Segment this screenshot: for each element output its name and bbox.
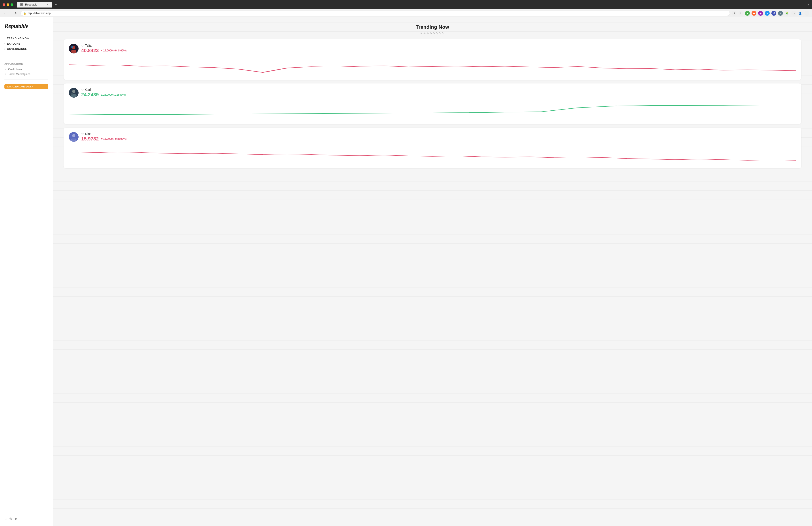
- extension-screen[interactable]: ▭: [791, 11, 796, 16]
- avatar-talia: [69, 44, 78, 54]
- trend-info-talia: ♡ Talia 40.8423 ▼14.0000 (-0.3400%): [81, 44, 796, 54]
- link-icon: ↗: [4, 68, 6, 71]
- trend-change: ▲28.0000 (1.1500%): [101, 93, 126, 96]
- trend-info-nina: ♡ Nina 15.9782 ▼13.0000 (-0.8100%): [81, 132, 796, 142]
- logo: Reputable: [4, 23, 48, 30]
- main-nav: › TRENDING NOW › EXPLORE › GOVERNANCE: [4, 36, 48, 52]
- github-icon[interactable]: ⊛: [9, 516, 12, 521]
- sidebar-item-label: TRENDING NOW: [7, 37, 29, 40]
- avatar-carl: [69, 88, 78, 98]
- tab-label: Reputable: [25, 3, 37, 6]
- sidebar-item-trending-now[interactable]: › TRENDING NOW: [4, 36, 48, 41]
- trend-card-carl[interactable]: ♡ Carl 24.2439 ▲28.0000 (1.1500%): [63, 84, 801, 124]
- applications-section-label: APPLICATIONS: [4, 62, 48, 65]
- chevron-icon: ›: [4, 37, 5, 40]
- trend-name: Talia: [85, 44, 91, 47]
- maximize-button[interactable]: [11, 3, 13, 6]
- browser-extensions: ⬆ ☆ ● ◆ ◉ ▲ M K 🧩 ▭ 👤 ⋮: [732, 11, 809, 16]
- svg-point-9: [72, 134, 75, 137]
- refresh-button[interactable]: ↻: [13, 11, 19, 15]
- tab-favicon: R: [20, 3, 24, 6]
- address-bar[interactable]: 🔒 repu-table.web.app: [20, 11, 730, 16]
- trend-change: ▼13.0000 (-0.8100%): [101, 137, 127, 140]
- extension-1[interactable]: ●: [745, 11, 750, 16]
- trend-value: 15.9782: [81, 136, 99, 142]
- divider: [4, 59, 48, 59]
- trend-value: 24.2439: [81, 92, 99, 98]
- new-tab-button[interactable]: +: [53, 2, 58, 8]
- sidebar: Reputable › TRENDING NOW › EXPLORE › GOV…: [0, 17, 53, 526]
- heart-icon: ♡: [81, 44, 84, 47]
- wallet-address-badge[interactable]: 0XCF1396....933E4D8A: [4, 84, 48, 89]
- extension-share[interactable]: ⬆: [732, 11, 737, 16]
- active-tab[interactable]: R Reputable ✕: [17, 2, 52, 8]
- extension-profile[interactable]: 👤: [798, 11, 803, 16]
- extension-6[interactable]: K: [778, 11, 783, 16]
- trend-header-carl: ♡ Carl 24.2439 ▲28.0000 (1.1500%): [69, 88, 796, 98]
- trend-card-talia[interactable]: ♡ Talia 40.8423 ▼14.0000 (-0.3400%): [63, 39, 801, 80]
- traffic-lights: [3, 3, 13, 6]
- trend-name: Nina: [85, 132, 91, 136]
- sidebar-item-governance[interactable]: › GOVERNANCE: [4, 46, 48, 52]
- tab-close-button[interactable]: ✕: [47, 3, 48, 6]
- extension-4[interactable]: ▲: [765, 11, 770, 16]
- nav-bar: ‹ › ↻ 🔒 repu-table.web.app ⬆ ☆ ● ◆ ◉ ▲ M…: [0, 9, 812, 17]
- link-icon: ↗: [4, 73, 6, 76]
- sidebar-footer: ⌂ ⊛ ▶: [4, 513, 48, 521]
- back-button[interactable]: ‹: [3, 11, 6, 15]
- tab-bar: R Reputable ✕ +: [17, 2, 58, 8]
- trend-value: 40.8423: [81, 48, 99, 54]
- youtube-icon[interactable]: ▶: [15, 516, 17, 521]
- sidebar-item-label: GOVERNANCE: [7, 47, 27, 51]
- trend-card-nina[interactable]: ♡ Nina 15.9782 ▼13.0000 (-0.8100%): [63, 128, 801, 168]
- trend-chart-talia: [69, 57, 796, 75]
- title-bar: R Reputable ✕ + ▾: [0, 0, 812, 9]
- app-item-credit-loan[interactable]: ↗ Credit Loan: [4, 67, 48, 72]
- trend-value-row-carl: 24.2439 ▲28.0000 (1.1500%): [81, 92, 796, 98]
- heart-icon: ♡: [81, 132, 84, 136]
- avatar-nina: [69, 132, 78, 142]
- sidebar-item-label: EXPLORE: [7, 42, 20, 45]
- trend-chart-nina: [69, 145, 796, 163]
- home-icon[interactable]: ⌂: [4, 517, 6, 521]
- browser-chrome: R Reputable ✕ + ▾ ‹ › ↻ 🔒 repu-table.web…: [0, 0, 812, 17]
- heart-icon: ♡: [81, 88, 84, 91]
- page-title: Trending Now: [63, 24, 801, 30]
- app-container: Reputable › TRENDING NOW › EXPLORE › GOV…: [0, 17, 812, 526]
- app-item-talent-marketplace[interactable]: ↗ Talent Marketplace: [4, 72, 48, 76]
- trend-change: ▼14.0000 (-0.3400%): [101, 49, 127, 52]
- trend-info-carl: ♡ Carl 24.2439 ▲28.0000 (1.1500%): [81, 88, 796, 98]
- close-button[interactable]: [3, 3, 5, 6]
- svg-point-2: [71, 50, 76, 53]
- trend-name: Carl: [85, 88, 91, 91]
- divider-2: [4, 79, 48, 80]
- trend-chart-carl: [69, 101, 796, 119]
- trend-header-nina: ♡ Nina 15.9782 ▼13.0000 (-0.8100%): [69, 132, 796, 142]
- browser-menu[interactable]: ⋮: [804, 11, 809, 16]
- url-text: repu-table.web.app: [28, 12, 50, 15]
- extension-puzzle[interactable]: 🧩: [785, 11, 789, 16]
- minimize-button[interactable]: [6, 3, 9, 6]
- forward-button[interactable]: ›: [8, 11, 12, 15]
- main-content: Trending Now ∿∿∿∿∿∿∿∿ ♡ Talia: [53, 17, 812, 526]
- extension-2[interactable]: ◆: [752, 11, 756, 16]
- trend-name-row-carl: ♡ Carl: [81, 88, 796, 91]
- trend-value-row-nina: 15.9782 ▼13.0000 (-0.8100%): [81, 136, 796, 142]
- svg-rect-11: [72, 137, 75, 140]
- trend-name-row-talia: ♡ Talia: [81, 44, 796, 47]
- chevron-icon: ›: [4, 43, 5, 45]
- svg-rect-7: [71, 93, 73, 95]
- tab-dropdown-button[interactable]: ▾: [808, 3, 809, 6]
- lock-icon: 🔒: [24, 12, 26, 15]
- svg-point-3: [71, 46, 73, 48]
- title-decoration: ∿∿∿∿∿∿∿∿: [63, 31, 801, 35]
- sidebar-item-explore[interactable]: › EXPLORE: [4, 41, 48, 46]
- svg-point-5: [72, 90, 75, 93]
- chevron-icon: ›: [4, 48, 5, 50]
- extension-star[interactable]: ☆: [738, 11, 743, 16]
- extension-3[interactable]: ◉: [758, 11, 763, 16]
- extension-5[interactable]: M: [771, 11, 776, 16]
- app-item-label: Talent Marketplace: [8, 73, 30, 76]
- app-item-label: Credit Loan: [8, 68, 22, 71]
- trend-header-talia: ♡ Talia 40.8423 ▼14.0000 (-0.3400%): [69, 44, 796, 54]
